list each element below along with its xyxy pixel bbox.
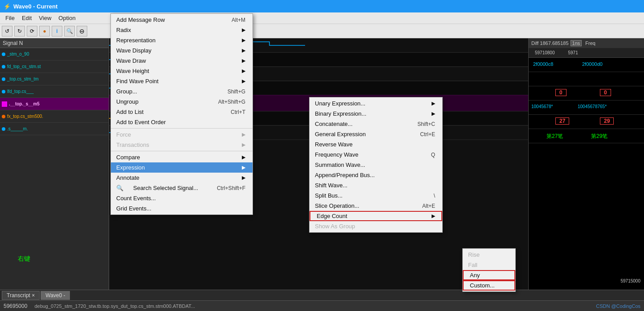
menu-item-fall: Fall xyxy=(463,260,515,270)
menu-item-shortcut: Alt+Shift+G xyxy=(218,99,245,105)
menu-item-label: Count Events... xyxy=(116,195,156,202)
menu-item-shortcut: \ xyxy=(434,193,435,199)
search-icon: 🔍 xyxy=(116,185,123,191)
context-menu-edge-count: Rise Fall Any Custom... xyxy=(462,248,516,292)
menu-item-label: Annotate xyxy=(116,174,139,181)
context-menu-primary: Add Message Row Alt+M Radix ▶ Representa… xyxy=(110,13,253,215)
menu-item-label: Add to Event Order xyxy=(116,119,166,125)
menu-item-reverse-wave[interactable]: Reverse Wave xyxy=(310,139,442,149)
menu-item-label: Append/Prepend Bus... xyxy=(315,172,375,178)
menu-item-ungroup[interactable]: Ungroup Alt+Shift+G xyxy=(111,97,253,107)
menu-item-frequency-wave[interactable]: Frequency Wave Q xyxy=(310,149,442,160)
arrow-icon: ▶ xyxy=(432,101,435,106)
arrow-icon: ▶ xyxy=(242,175,245,181)
menu-item-custom[interactable]: Custom... xyxy=(463,280,515,291)
menu-item-concatenate[interactable]: Concatenate... Shift+C xyxy=(310,119,442,129)
menu-item-add-to-list[interactable]: Add to List Ctrl+T xyxy=(111,107,253,117)
arrow-icon: ▶ xyxy=(242,78,245,84)
menu-item-label: Slice Operation... xyxy=(315,202,359,209)
menu-item-shortcut: Shift+C xyxy=(417,121,435,127)
arrow-icon: ▶ xyxy=(242,48,245,53)
menu-item-add-event-order[interactable]: Add to Event Order xyxy=(111,117,253,127)
menu-item-label: Reverse Wave xyxy=(315,141,353,148)
menu-item-label: Fall xyxy=(468,262,477,268)
menu-item-shortcut: Q xyxy=(431,152,435,158)
menu-item-label: Ungroup xyxy=(116,98,139,105)
context-menu-overlay: Add Message Row Alt+M Radix ▶ Representa… xyxy=(0,0,644,311)
menu-item-wave-draw[interactable]: Wave Draw ▶ xyxy=(111,56,253,66)
menu-item-shortcut: Ctrl+E xyxy=(420,131,435,137)
menu-item-shortcut: Ctrl+T xyxy=(231,109,245,115)
menu-item-force: Force ▶ xyxy=(111,129,253,140)
menu-item-label: Wave Height xyxy=(116,68,149,74)
menu-item-label: Summation Wave... xyxy=(315,162,365,168)
menu-item-label: Grid Events... xyxy=(116,205,151,212)
menu-item-label: Force xyxy=(116,131,131,138)
menu-item-label: Split Bus... xyxy=(315,192,342,199)
menu-item-label: Binary Expression... xyxy=(315,110,367,117)
menu-item-label: Compare xyxy=(116,154,140,161)
menu-item-append-bus[interactable]: Append/Prepend Bus... xyxy=(310,170,442,180)
menu-item-general-expr[interactable]: General Expression Ctrl+E xyxy=(310,129,442,139)
menu-item-compare[interactable]: Compare ▶ xyxy=(111,152,253,162)
menu-item-label: Add Message Row xyxy=(116,16,165,23)
menu-item-label: Shift Wave... xyxy=(315,182,347,189)
menu-item-label: General Expression xyxy=(315,131,366,137)
menu-item-representation[interactable]: Representation ▶ xyxy=(111,35,253,45)
menu-item-shortcut: Alt+M xyxy=(232,17,245,23)
menu-item-search-signal[interactable]: 🔍 Search Selected Signal... Ctrl+Shift+F xyxy=(111,183,253,193)
menu-item-label: Concatenate... xyxy=(315,121,353,127)
menu-item-label: Group... xyxy=(116,88,137,95)
menu-item-transactions: Transactions ▶ xyxy=(111,140,253,150)
menu-item-shortcut: Alt+E xyxy=(422,203,435,209)
menu-item-any[interactable]: Any xyxy=(463,270,515,280)
menu-item-label: Representation xyxy=(116,37,155,44)
menu-item-find-wave-point[interactable]: Find Wave Point ▶ xyxy=(111,76,253,86)
menu-item-shift-wave[interactable]: Shift Wave... xyxy=(310,180,442,190)
arrow-icon: ▶ xyxy=(242,154,245,160)
menu-item-label: Show As Group xyxy=(315,223,355,230)
menu-item-slice-op[interactable]: Slice Operation... Alt+E xyxy=(310,201,442,211)
menu-item-label: Edge Count xyxy=(317,213,347,219)
arrow-icon: ▶ xyxy=(242,165,245,170)
menu-item-shortcut: Ctrl+Shift+F xyxy=(217,185,245,191)
arrow-icon: ▶ xyxy=(242,58,245,64)
menu-item-wave-display[interactable]: Wave Display ▶ xyxy=(111,45,253,56)
menu-item-label: Transactions xyxy=(116,141,149,148)
menu-item-radix[interactable]: Radix ▶ xyxy=(111,25,253,35)
menu-item-count-events[interactable]: Count Events... xyxy=(111,193,253,203)
menu-item-add-message[interactable]: Add Message Row Alt+M xyxy=(111,15,253,25)
menu-item-label: Rise xyxy=(468,251,480,258)
menu-item-label: Unary Expression... xyxy=(315,100,365,107)
menu-item-label: Radix xyxy=(116,27,131,33)
separator xyxy=(111,151,253,151)
menu-item-group[interactable]: Group... Shift+G xyxy=(111,86,253,97)
menu-item-grid-events[interactable]: Grid Events... xyxy=(111,203,253,214)
arrow-icon: ▶ xyxy=(242,37,245,43)
menu-item-show-as-group: Show As Group xyxy=(310,221,442,231)
menu-item-binary-expr[interactable]: Binary Expression... ▶ xyxy=(310,109,442,119)
arrow-icon: ▶ xyxy=(242,68,245,74)
menu-item-label: Add to List xyxy=(116,109,143,115)
menu-item-wave-height[interactable]: Wave Height ▶ xyxy=(111,66,253,76)
menu-item-label: Custom... xyxy=(470,282,495,289)
menu-item-label: Wave Display xyxy=(116,47,151,54)
menu-item-label: Expression xyxy=(116,164,145,171)
arrow-icon: ▶ xyxy=(432,111,435,117)
menu-item-expression[interactable]: Expression ▶ xyxy=(111,162,253,173)
arrow-icon: ▶ xyxy=(242,142,245,148)
menu-item-edge-count[interactable]: Edge Count ▶ xyxy=(310,211,442,221)
separator xyxy=(111,128,253,129)
menu-item-label: Frequency Wave xyxy=(315,151,359,158)
menu-item-label: Wave Draw xyxy=(116,57,146,64)
arrow-icon: ▶ xyxy=(242,132,245,137)
arrow-icon: ▶ xyxy=(242,27,245,33)
context-menu-expression: Unary Expression... ▶ Binary Expression.… xyxy=(309,97,443,233)
menu-item-label: Find Wave Point xyxy=(116,78,159,85)
menu-item-rise: Rise xyxy=(463,250,515,260)
menu-item-shortcut: Shift+G xyxy=(228,89,245,95)
menu-item-annotate[interactable]: Annotate ▶ xyxy=(111,173,253,183)
menu-item-summation-wave[interactable]: Summation Wave... xyxy=(310,160,442,170)
menu-item-unary-expr[interactable]: Unary Expression... ▶ xyxy=(310,98,442,109)
menu-item-split-bus[interactable]: Split Bus... \ xyxy=(310,190,442,201)
